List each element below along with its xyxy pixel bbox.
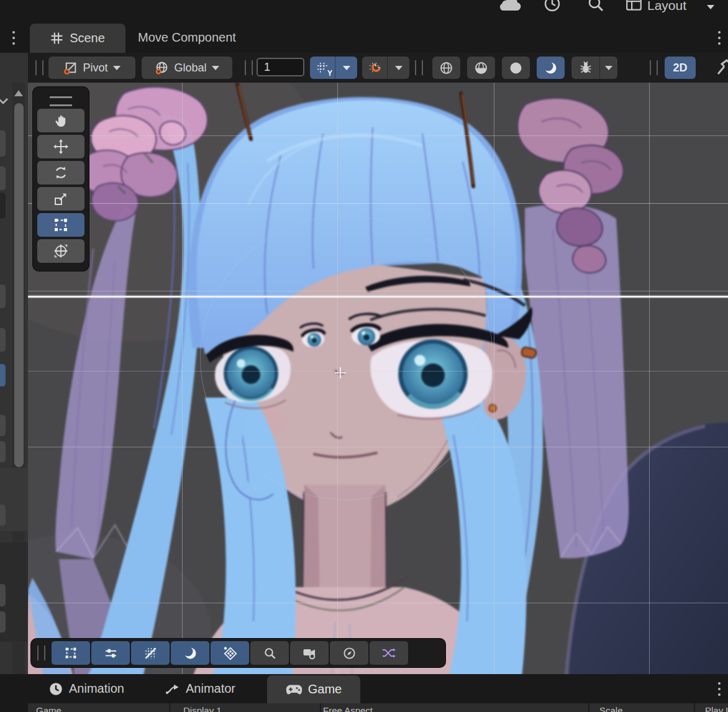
global-orientation-button[interactable]: Global [142, 57, 232, 79]
debug-draw-button[interactable] [571, 57, 599, 79]
grid-caret-icon [343, 66, 350, 70]
move-tool-button[interactable] [37, 135, 84, 158]
scene-search-button[interactable] [250, 641, 289, 665]
animator-icon [165, 682, 180, 696]
tool-palette-overlay [33, 87, 89, 271]
grid-snapping-button[interactable] [362, 57, 387, 79]
tab-animation[interactable]: Animation [48, 674, 124, 703]
rect-tool-button[interactable] [37, 213, 84, 237]
globe-icon [155, 61, 169, 75]
shading-shaded-button[interactable] [502, 57, 530, 79]
grid-visibility-dropdown[interactable] [335, 57, 357, 79]
lighting-toggle-button[interactable] [171, 641, 209, 665]
cut-button-stub-selected[interactable] [0, 364, 6, 386]
left-scrollbar-thumb[interactable] [14, 103, 24, 467]
toolbar-drag-handle-4[interactable] [650, 60, 658, 75]
global-label: Global [174, 62, 206, 75]
rotate-icon [53, 165, 69, 181]
search-icon[interactable] [586, 0, 606, 14]
cut-button-stub[interactable] [0, 167, 6, 190]
gizmos-toggle-button[interactable] [211, 641, 249, 665]
game-view-toolbar-cutoff: Game Display 1 Free Aspect Scale Play Un… [28, 703, 728, 712]
debug-draw-dropdown[interactable] [599, 57, 617, 79]
grid-line-horizontal [28, 135, 728, 136]
tab-bar-menu-icon[interactable] [7, 29, 20, 47]
tab-game-label: Game [308, 682, 342, 696]
partial-tool-icon[interactable] [716, 59, 728, 76]
cut-button-stub[interactable] [0, 415, 6, 436]
view-hand-tool-button[interactable] [37, 109, 84, 132]
aspect-select[interactable]: Free Aspect [323, 705, 373, 712]
moon-icon [544, 61, 558, 75]
cut-field-stub[interactable] [0, 193, 6, 219]
moon-icon [183, 646, 198, 660]
grid-size-field[interactable]: 1 [257, 58, 304, 76]
tab-move-component[interactable]: Move Component [138, 22, 236, 53]
move-icon [53, 139, 69, 155]
tab-bar-menu-right-icon[interactable] [713, 29, 726, 47]
cut-button-stub[interactable] [0, 611, 6, 632]
rect-tool-toggle-button[interactable] [52, 641, 90, 665]
grid-toggle-button[interactable] [131, 641, 170, 665]
scene-lighting-button[interactable] [537, 57, 565, 79]
scene-tab-bar: Scene Move Component [0, 22, 728, 53]
toolbar-drag-handle-3[interactable] [415, 60, 423, 75]
game-view-menu[interactable]: Game [36, 705, 61, 712]
tab-animator-label: Animator [186, 682, 235, 696]
tab-scene[interactable]: Scene [30, 24, 125, 53]
segment-divider [694, 703, 695, 712]
camera-preview-button[interactable] [290, 641, 329, 665]
tool-settings-button[interactable] [91, 641, 130, 665]
scale-tool-button[interactable] [37, 187, 84, 211]
grid-line-vertical [649, 83, 650, 674]
cut-button-stub[interactable] [0, 285, 6, 308]
cut-button-stub[interactable] [0, 441, 6, 462]
play-mode-select[interactable]: Play Unfocused [705, 705, 728, 712]
top-bar: Layout [0, 0, 728, 22]
navigation-compass-button[interactable] [330, 641, 368, 665]
overlay-drag-handle[interactable] [37, 646, 45, 660]
cloud-icon[interactable] [495, 0, 525, 14]
chevron-down-icon[interactable] [0, 96, 9, 106]
segment-divider [320, 703, 321, 712]
diamond-gizmo-icon [222, 646, 237, 660]
rect-tool-icon [53, 217, 69, 233]
scale-control[interactable]: Scale [599, 705, 623, 712]
grid-snapping-dropdown[interactable] [387, 57, 409, 79]
segment-divider [588, 703, 589, 712]
shading-wireframe-button[interactable] [432, 57, 460, 79]
tab-animator[interactable]: Animator [165, 674, 235, 703]
shading-shaded-wire-button[interactable] [467, 57, 495, 79]
scrollbar-up-icon[interactable] [14, 90, 23, 96]
camera-icon [302, 646, 317, 660]
cut-button-stub[interactable] [0, 130, 6, 157]
toolbar-drag-handle[interactable] [35, 60, 43, 75]
grid-visibility-button[interactable]: Y [310, 57, 335, 79]
tab-game[interactable]: Game [267, 675, 360, 703]
left-panel-edge [0, 53, 28, 674]
transform-tool-button[interactable] [37, 239, 84, 263]
layout-caret-icon[interactable] [707, 5, 714, 9]
palette-drag-handle[interactable] [50, 96, 72, 106]
layout-dropdown[interactable]: Layout [647, 0, 686, 13]
grid-line-horizontal [28, 203, 728, 204]
half-sphere-icon [474, 61, 488, 75]
clock-icon [48, 682, 63, 696]
bottom-tab-menu-icon[interactable] [713, 680, 726, 698]
cut-button-stub[interactable] [0, 328, 6, 352]
rotate-tool-button[interactable] [37, 161, 84, 185]
cut-button-stub[interactable] [0, 504, 6, 526]
pivot-gizmo-vertical[interactable] [340, 367, 341, 378]
display-select[interactable]: Display 1 [183, 705, 222, 712]
mode-2d-button[interactable]: 2D [665, 57, 696, 79]
pivot-mode-button[interactable]: Pivot [48, 57, 135, 79]
cut-button-stub[interactable] [0, 584, 6, 606]
toolbar-drag-handle-2[interactable] [245, 60, 253, 75]
scene-viewport[interactable] [28, 83, 728, 674]
history-clock-icon[interactable] [542, 0, 562, 14]
random-shuffle-button[interactable] [370, 641, 408, 665]
debug-caret-icon [605, 66, 612, 70]
tab-move-component-label: Move Component [138, 30, 236, 45]
bug-icon [579, 61, 593, 75]
sliders-icon [104, 646, 118, 660]
